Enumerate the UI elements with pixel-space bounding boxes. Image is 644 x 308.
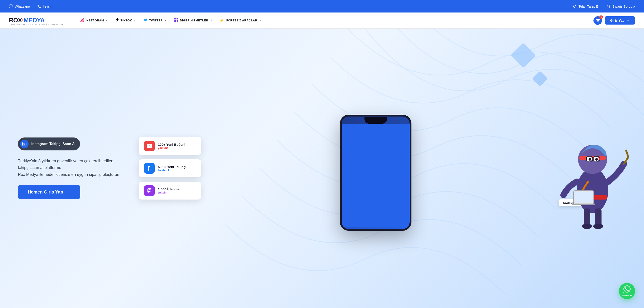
svg-rect-5 — [174, 18, 176, 20]
svg-rect-31 — [572, 204, 595, 205]
top-bar-whatsapp[interactable]: Whatsapp — [9, 4, 30, 8]
lightning-icon: ⚡ — [219, 18, 224, 23]
notif-facebook-sub: facebook — [158, 169, 186, 172]
nav-instagram[interactable]: INSTAGRAM ▼ — [76, 16, 111, 25]
hero-cta-label: Hemen Giriş Yap — [28, 189, 63, 195]
ucretsiz-chevron: ▼ — [259, 19, 261, 22]
phone-icon — [37, 4, 41, 8]
notif-youtube-text: 100+ Yeni Beğeni youtube — [158, 143, 185, 150]
notif-youtube-main: 100+ Yeni Beğeni — [158, 143, 185, 147]
nav-items: INSTAGRAM ▼ TIKTOK ▼ TWITTER ▼ — [76, 16, 594, 25]
badge-instagram-icon — [20, 140, 28, 148]
top-bar-iletisim-label: İletişim — [43, 4, 54, 8]
hero-right: 100+ Yeni Beğeni youtube 5.000 Yeni Taki… — [125, 106, 626, 231]
tiktok-icon — [115, 18, 119, 23]
whatsapp-fab[interactable]: WhatsApp — [619, 283, 635, 299]
hero-desc-line2: Rox Medya ile hedef kitlenize en uygun s… — [18, 171, 125, 178]
giris-label: Giriş Yap — [610, 18, 624, 22]
svg-line-23 — [626, 151, 628, 157]
notif-twitch-text: 1.000 İzlenme twitch — [158, 187, 180, 194]
top-bar-siparis[interactable]: Sipariş Sorgula — [606, 4, 635, 8]
hero-section: Instagram Takipçi Satın Al Türkiye'nin 3… — [0, 28, 644, 308]
top-bar-telafi-label: Telafi Talep Et — [578, 4, 599, 8]
hero-left: Instagram Takipçi Satın Al Türkiye'nin 3… — [18, 138, 125, 199]
notification-cards: 100+ Yeni Beğeni youtube 5.000 Yeni Taki… — [139, 137, 201, 199]
phone-notch — [364, 117, 387, 124]
hero-description: Türkiye'nin 3 yıldır en güvenilir ve en … — [18, 157, 125, 178]
notif-facebook-text: 5.000 Yeni Takipçi facebook — [158, 165, 186, 172]
phone-screen — [342, 124, 410, 227]
twitter-chevron: ▼ — [164, 19, 167, 22]
instagram-icon — [80, 18, 84, 23]
hero-desc-line1: Türkiye'nin 3 yıldır en güvenilir ve en … — [18, 157, 125, 171]
twitch-icon — [144, 185, 155, 196]
logo-text: ROX·MEDYA — [9, 16, 44, 24]
logo[interactable]: ROX·MEDYA PROFESYONEl SOSYAL MEDYA HİZME… — [9, 16, 63, 25]
nav-instagram-label: INSTAGRAM — [86, 19, 104, 22]
notif-card-facebook: 5.000 Yeni Takipçi facebook — [139, 159, 201, 177]
hero-badge: Instagram Takipçi Satın Al — [18, 138, 80, 151]
svg-rect-6 — [177, 18, 178, 20]
instagram-chevron: ▼ — [106, 19, 108, 22]
top-bar-siparis-label: Sipariş Sorgula — [612, 4, 635, 8]
svg-point-18 — [595, 158, 598, 161]
svg-point-28 — [593, 224, 603, 229]
nav-twitter-label: TWITTER — [149, 19, 163, 22]
nav-ucretsiz-label: ÜCRETSİZ ARAÇLAR — [226, 19, 257, 22]
svg-rect-2 — [80, 18, 84, 22]
top-bar: Whatsapp İletişim Telafi Talep Et Sipari… — [0, 0, 644, 12]
notif-card-twitch: 1.000 İzlenme twitch — [139, 182, 201, 199]
logo-rox: ROX — [9, 17, 22, 24]
facebook-icon — [144, 163, 155, 174]
hero-cta-button[interactable]: Hemen Giriş Yap → — [18, 185, 80, 199]
hero-badge-text: Instagram Takipçi Satın Al — [31, 142, 76, 146]
hero-cta-arrow: → — [66, 189, 70, 195]
notif-twitch-sub: twitch — [158, 191, 180, 194]
notif-youtube-sub: youtube — [158, 147, 185, 150]
nav-ucretsiz[interactable]: ⚡ ÜCRETSİZ ARAÇLAR ▼ — [216, 16, 264, 25]
cart-icon — [596, 18, 600, 23]
top-bar-right: Telafi Talep Et Sipariş Sorgula — [573, 4, 635, 8]
tiktok-chevron: ▼ — [134, 19, 136, 22]
notif-facebook-main: 5.000 Yeni Takipçi — [158, 165, 186, 169]
logo-medya: MEDYA — [24, 17, 45, 24]
refresh-icon — [573, 4, 577, 8]
svg-point-10 — [24, 143, 25, 145]
svg-rect-7 — [174, 20, 176, 22]
diger-chevron: ▼ — [210, 19, 212, 22]
svg-rect-9 — [22, 142, 26, 146]
nav-diger[interactable]: DİĞER HİZMETLER ▼ — [171, 16, 215, 25]
nav-twitter[interactable]: TWITTER ▼ — [140, 16, 170, 25]
top-bar-left: Whatsapp İletişim — [9, 4, 53, 8]
arrow-icon: → — [626, 18, 630, 22]
svg-point-17 — [588, 158, 591, 161]
headset-icon — [9, 4, 13, 8]
twitter-icon — [143, 18, 148, 23]
top-bar-telafi[interactable]: Telafi Talep Et — [573, 4, 599, 8]
logo-sub: PROFESYONEl SOSYAL MEDYA HİZMETLERİ — [9, 23, 63, 25]
svg-point-4 — [83, 19, 83, 19]
ninja-character — [554, 119, 630, 231]
nav-tiktok-label: TIKTOK — [120, 19, 132, 22]
search-order-icon — [606, 4, 610, 8]
nav-right: 0 Giriş Yap → — [594, 16, 635, 25]
notif-twitch-main: 1.000 İzlenme — [158, 187, 180, 191]
diger-icon — [174, 18, 178, 23]
nav-tiktok[interactable]: TIKTOK ▼ — [112, 16, 139, 25]
cart-button[interactable]: 0 — [594, 16, 602, 25]
logo-dot: · — [22, 16, 24, 24]
svg-rect-8 — [177, 20, 178, 22]
whatsapp-fab-label: WhatsApp — [622, 295, 632, 297]
svg-point-3 — [81, 19, 83, 21]
hero-content: Instagram Takipçi Satın Al Türkiye'nin 3… — [0, 28, 644, 308]
svg-point-1 — [608, 6, 609, 6]
youtube-icon — [144, 141, 155, 151]
main-nav: ROX·MEDYA PROFESYONEl SOSYAL MEDYA HİZME… — [0, 12, 644, 28]
top-bar-whatsapp-label: Whatsapp — [15, 4, 30, 8]
top-bar-iletisim[interactable]: İletişim — [37, 4, 54, 8]
svg-rect-30 — [575, 192, 592, 202]
whatsapp-fab-icon — [624, 286, 630, 294]
giris-button[interactable]: Giriş Yap → — [605, 16, 635, 24]
cart-badge: 0 — [599, 15, 603, 19]
svg-point-27 — [582, 224, 592, 229]
